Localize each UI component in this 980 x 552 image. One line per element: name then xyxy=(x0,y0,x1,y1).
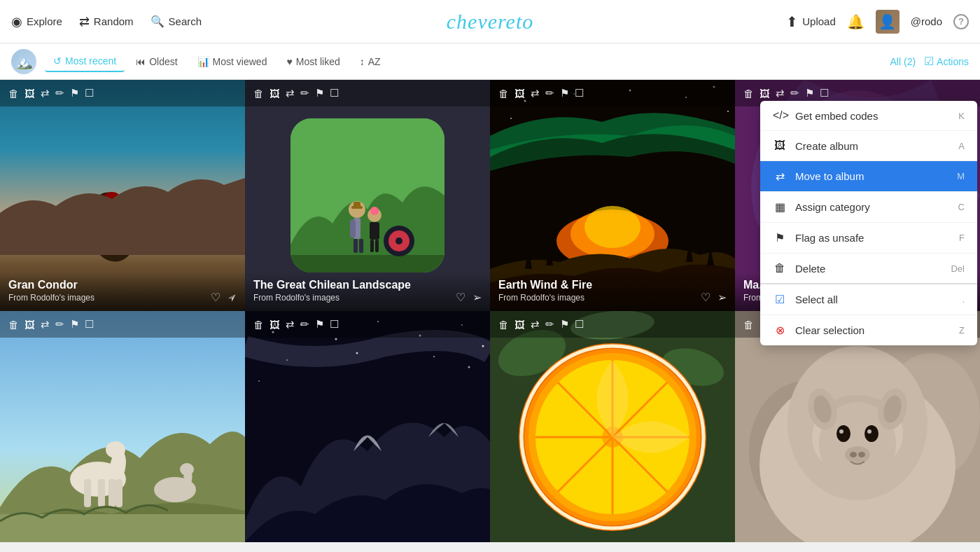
username[interactable]: @rodo xyxy=(911,15,942,27)
item-title-3: Earth Wind & Fire xyxy=(498,279,727,291)
nav-search[interactable]: 🔍 Search xyxy=(150,15,202,28)
image-icon[interactable]: 🖼 xyxy=(270,319,280,331)
image-icon[interactable]: 🖼 xyxy=(270,88,280,99)
sort-icon: ↕ xyxy=(360,56,365,67)
checkbox-icon[interactable]: ☐ xyxy=(85,87,94,99)
trash-icon[interactable]: 🗑 xyxy=(498,88,509,99)
like-icon[interactable]: ♡ xyxy=(211,291,220,304)
menu-item-create-album[interactable]: 🖼 Create album A xyxy=(760,131,977,161)
edit-icon[interactable]: ✏ xyxy=(545,87,554,99)
menu-label-create-album: Create album xyxy=(795,140,858,152)
grid-item-gran-condor[interactable]: 🗑 🖼 ⇄ ✏ ⚑ ☐ Gran Condor From Rodolfo's i… xyxy=(0,80,245,311)
flag-icon[interactable]: ⚑ xyxy=(70,318,79,331)
nav-explore[interactable]: ◉ Explore xyxy=(11,14,62,29)
transfer-icon[interactable]: ⇄ xyxy=(286,87,295,99)
nav-random[interactable]: ⇄ Random xyxy=(79,14,134,29)
image-icon[interactable]: 🖼 xyxy=(514,88,525,99)
sort-most-recent[interactable]: ↺ Most recent xyxy=(45,51,125,72)
search-icon: 🔍 xyxy=(150,15,164,28)
edit-icon[interactable]: ✏ xyxy=(545,318,554,331)
menu-item-move-to-album[interactable]: ⇄ Move to album M xyxy=(760,161,977,192)
transfer-icon[interactable]: ⇄ xyxy=(531,318,540,331)
upload-button[interactable]: ⬆ Upload xyxy=(786,13,836,30)
menu-item-flag-as-unsafe[interactable]: ⚑ Flag as unsafe F xyxy=(760,223,977,254)
trash-icon[interactable]: 🗑 xyxy=(498,319,509,331)
menu-item-clear-selection[interactable]: ⊗ Clear selection Z xyxy=(760,315,977,345)
flag-icon[interactable]: ⚑ xyxy=(560,87,569,99)
image-icon[interactable]: 🖼 xyxy=(514,319,525,331)
grid-item-earth-wind-fire[interactable]: 🗑 🖼 ⇄ ✏ ⚑ ☐ Earth Wind & Fire From Rodol… xyxy=(490,80,735,311)
flag-icon[interactable]: ⚑ xyxy=(805,87,814,99)
grid-item-mountain[interactable]: 🗑 🖼 ⇄ ✏ ⚑ ☐ xyxy=(245,311,490,542)
transfer-icon[interactable]: ⇄ xyxy=(286,318,295,331)
menu-label-delete: Delete xyxy=(795,263,825,275)
edit-icon[interactable]: ✏ xyxy=(300,87,309,99)
trash-icon[interactable]: 🗑 xyxy=(253,319,264,331)
checkbox-icon[interactable]: ☐ xyxy=(820,87,829,99)
trash-icon[interactable]: 🗑 xyxy=(743,88,754,99)
edit-icon[interactable]: ✏ xyxy=(300,318,309,331)
nav-random-label: Random xyxy=(94,15,134,27)
svg-rect-42 xyxy=(98,479,105,507)
help-button[interactable]: ? xyxy=(953,14,969,29)
avatar[interactable]: 👤 xyxy=(876,10,899,34)
transfer-icon[interactable]: ⇄ xyxy=(41,318,50,331)
image-icon[interactable]: 🖼 xyxy=(24,88,35,99)
checkbox-icon[interactable]: ☐ xyxy=(330,87,339,99)
checkbox-icon[interactable]: ☐ xyxy=(575,87,584,99)
sort-oldest-label: Oldest xyxy=(149,56,177,67)
image-icon[interactable]: 🖼 xyxy=(760,88,770,99)
item-title-2: The Great Chilean Landscape xyxy=(253,279,482,291)
sort-oldest[interactable]: ⏮ Oldest xyxy=(127,52,186,71)
item-subtitle-2: From Rodolfo's images xyxy=(253,293,482,303)
menu-label-select-all: Select all xyxy=(795,294,838,305)
transfer-icon[interactable]: ⇄ xyxy=(531,87,540,99)
actions-button[interactable]: ☑ Actions xyxy=(924,55,969,68)
edit-icon[interactable]: ✏ xyxy=(55,318,64,331)
flag-icon[interactable]: ⚑ xyxy=(315,87,324,99)
grid-item-alpaca[interactable]: 🗑 🖼 ⇄ ✏ ⚑ ☐ xyxy=(735,311,980,542)
menu-item-assign-category[interactable]: ▦ Assign category C xyxy=(760,192,977,223)
notifications-icon[interactable]: 🔔 xyxy=(847,13,864,30)
like-icon[interactable]: ♡ xyxy=(701,291,710,304)
sort-az[interactable]: ↕ AZ xyxy=(351,52,389,71)
trash-icon[interactable]: 🗑 xyxy=(253,88,264,99)
all-count[interactable]: All (2) xyxy=(890,56,916,67)
svg-point-30 xyxy=(727,111,729,112)
edit-icon[interactable]: ✏ xyxy=(55,87,64,99)
sort-most-viewed[interactable]: 📊 Most viewed xyxy=(189,52,276,71)
item-info-2: The Great Chilean Landscape From Rodolfo… xyxy=(245,272,490,311)
flag-menu-icon: ⚑ xyxy=(773,231,787,244)
svg-point-47 xyxy=(180,463,194,476)
checkbox-icon[interactable]: ☐ xyxy=(85,318,94,331)
actions-label: Actions xyxy=(937,56,969,67)
grid-item-llama[interactable]: 🗑 🖼 ⇄ ✏ ⚑ ☐ xyxy=(0,311,245,542)
header: ◉ Explore ⇄ Random 🔍 Search chevereto ⬆ … xyxy=(0,0,980,43)
flag-icon[interactable]: ⚑ xyxy=(70,87,79,99)
item-bottom-actions-3: ♡ ➢ xyxy=(701,291,727,304)
checkbox-icon[interactable]: ☐ xyxy=(575,318,584,331)
grid-item-chilean-landscape[interactable]: 🗑 🖼 ⇄ ✏ ⚑ ☐ The Great Chilean Landscape … xyxy=(245,80,490,311)
image-icon[interactable]: 🖼 xyxy=(24,319,35,331)
menu-item-delete[interactable]: 🗑 Delete Del xyxy=(760,254,977,284)
edit-icon[interactable]: ✏ xyxy=(790,87,799,99)
svg-point-86 xyxy=(839,429,844,434)
menu-item-select-all[interactable]: ☑ Select all . xyxy=(760,284,977,315)
flag-icon[interactable]: ⚑ xyxy=(315,318,324,331)
item-title-1: Gran Condor xyxy=(8,279,237,291)
trash-icon[interactable]: 🗑 xyxy=(743,319,754,331)
transfer-icon[interactable]: ⇄ xyxy=(41,87,50,99)
share-icon[interactable]: ➢ xyxy=(472,291,482,304)
menu-item-get-embed-codes[interactable]: </> Get embed codes K xyxy=(760,101,977,131)
trash-icon[interactable]: 🗑 xyxy=(8,319,19,331)
share-icon[interactable]: ➢ xyxy=(718,291,727,304)
like-icon[interactable]: ♡ xyxy=(456,291,465,304)
svg-point-51 xyxy=(335,338,337,340)
checkbox-icon[interactable]: ☐ xyxy=(330,318,339,331)
item-toolbar-5: 🗑 🖼 ⇄ ✏ ⚑ ☐ xyxy=(0,311,245,338)
transfer-icon[interactable]: ⇄ xyxy=(776,87,785,99)
grid-item-orange[interactable]: 🗑 🖼 ⇄ ✏ ⚑ ☐ xyxy=(490,311,735,542)
flag-icon[interactable]: ⚑ xyxy=(560,318,569,331)
sort-most-liked[interactable]: ♥ Most liked xyxy=(278,52,348,71)
trash-icon[interactable]: 🗑 xyxy=(8,88,19,99)
